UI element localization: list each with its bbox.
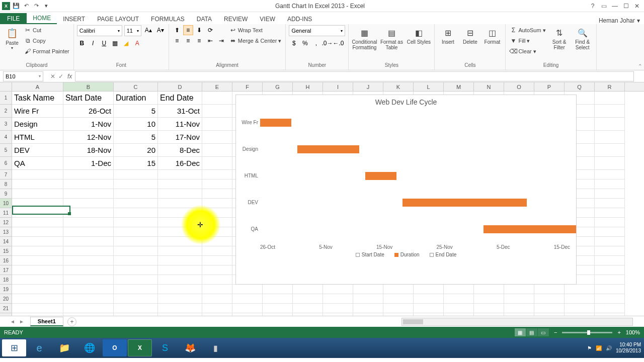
cell-C21[interactable] [114,304,158,313]
cell-D8[interactable] [158,179,202,189]
column-header-E[interactable]: E [202,82,232,91]
cell-L20[interactable] [414,294,444,304]
cell-R16[interactable] [595,256,625,265]
cell-A5[interactable]: DEV [12,144,63,157]
sort-filter-button[interactable]: ⇅Sort & Filter [549,25,570,50]
zoom-slider[interactable] [562,332,612,333]
tab-view[interactable]: VIEW [254,14,281,24]
sheet-nav-next-icon[interactable]: ► [19,319,24,324]
sheet-nav-prev-icon[interactable]: ◄ [10,319,15,324]
cell-A17[interactable] [12,265,63,275]
cell-E9[interactable] [202,189,232,199]
row-header-7[interactable]: 7 [0,170,12,179]
cell-D1[interactable]: End Date [158,92,202,105]
cell-A9[interactable] [12,189,63,199]
zoom-in-icon[interactable]: + [617,329,620,335]
cell-A12[interactable] [12,218,63,227]
decrease-indent-icon[interactable]: ⇤ [205,36,215,46]
save-icon[interactable]: 💾 [12,2,20,10]
cell-R19[interactable] [595,285,625,294]
find-select-button[interactable]: 🔍Find & Select [572,25,593,50]
cell-A15[interactable] [12,246,63,256]
cell-A8[interactable] [12,179,63,189]
cell-R13[interactable] [595,227,625,237]
cell-A2[interactable]: Wire Fr [12,105,63,118]
row-header-5[interactable]: 5 [0,144,12,157]
format-cells-button[interactable]: ◫Format [482,25,502,45]
cell-A4[interactable]: HTML [12,131,63,144]
cell-I21[interactable] [323,304,353,313]
cell-B8[interactable] [63,179,114,189]
cell-R15[interactable] [595,246,625,256]
row-header-12[interactable]: 12 [0,218,12,227]
cell-A19[interactable] [12,285,63,294]
column-header-R[interactable]: R [595,82,625,91]
row-header-11[interactable]: 11 [0,208,12,218]
cell-C5[interactable]: 20 [114,144,158,157]
cell-C12[interactable] [114,218,158,227]
tab-addins[interactable]: ADD-INS [281,14,318,24]
cell-E7[interactable] [202,170,232,179]
wrap-text-button[interactable]: ↩Wrap Text [228,25,283,35]
taskbar-firefox-icon[interactable]: 🦊 [178,339,202,356]
cell-E14[interactable] [202,237,232,246]
cell-C19[interactable] [114,285,158,294]
column-header-C[interactable]: C [114,82,158,91]
cell-B7[interactable] [63,170,114,179]
cell-J20[interactable] [353,294,383,304]
cell-B1[interactable]: Start Date [63,92,114,105]
cell-K19[interactable] [383,285,414,294]
close-icon[interactable]: ✕ [632,2,642,10]
row-header-8[interactable]: 8 [0,179,12,189]
italic-button[interactable]: I [88,38,98,48]
cell-Q21[interactable] [565,304,595,313]
align-left-icon[interactable]: ≡ [172,36,182,46]
cell-K21[interactable] [383,304,414,313]
view-page-layout-icon[interactable]: ▤ [526,328,537,336]
cell-A21[interactable] [12,304,63,313]
cell-C9[interactable] [114,189,158,199]
fill-color-button[interactable]: ◢ [121,38,131,48]
delete-cells-button[interactable]: ⊟Delete [460,25,480,45]
cell-H19[interactable] [293,285,323,294]
cell-A10[interactable] [12,199,63,208]
cell-R4[interactable] [595,131,625,144]
column-header-B[interactable]: B [63,82,114,91]
column-header-H[interactable]: H [293,82,323,91]
cell-C6[interactable]: 15 [114,157,158,170]
cell-A3[interactable]: Design [12,118,63,131]
cell-K20[interactable] [383,294,414,304]
account-user[interactable]: Heman Johar ▾ [599,17,644,24]
tab-formulas[interactable]: FORMULAS [145,14,191,24]
add-sheet-button[interactable]: + [67,317,76,326]
select-all-corner[interactable] [0,82,12,92]
column-header-K[interactable]: K [383,82,414,91]
row-header-18[interactable]: 18 [0,275,12,285]
cell-R11[interactable] [595,208,625,218]
cell-N20[interactable] [474,294,504,304]
cell-E12[interactable] [202,218,232,227]
taskbar-chrome-icon[interactable]: 🌐 [77,339,102,356]
cell-D4[interactable]: 17-Nov [158,131,202,144]
zoom-out-icon[interactable]: − [554,329,557,335]
font-size-select[interactable]: 11▾ [124,25,141,36]
cell-C15[interactable] [114,246,158,256]
cell-R2[interactable] [595,105,625,118]
cell-E4[interactable] [202,131,232,144]
cell-R3[interactable] [595,118,625,131]
cell-D2[interactable]: 31-Oct [158,105,202,118]
cell-D19[interactable] [158,285,202,294]
row-header-13[interactable]: 13 [0,227,12,237]
increase-font-icon[interactable]: A▴ [143,25,153,35]
column-header-A[interactable]: A [12,82,63,91]
cell-C18[interactable] [114,275,158,285]
cell-D16[interactable] [158,256,202,265]
decrease-font-icon[interactable]: A▾ [155,25,166,35]
row-header-14[interactable]: 14 [0,237,12,246]
copy-button[interactable]: ⧉Copy [23,36,70,46]
align-top-icon[interactable]: ⬆ [172,25,182,35]
column-header-L[interactable]: L [414,82,444,91]
taskbar-skype-icon[interactable]: S [153,339,177,356]
insert-cells-button[interactable]: ⊞Insert [438,25,458,45]
cut-button[interactable]: ✂Cut [23,25,70,35]
